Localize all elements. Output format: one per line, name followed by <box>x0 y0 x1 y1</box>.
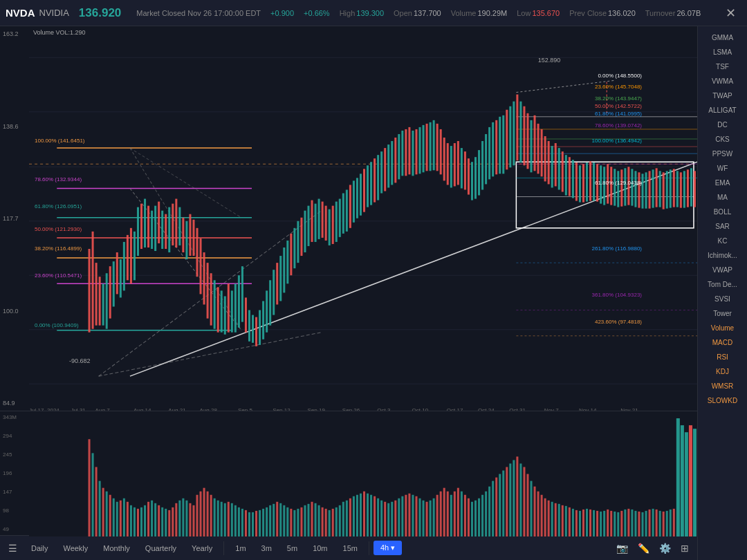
svg-rect-308 <box>360 494 362 536</box>
sidebar-gmma[interactable]: GMMA <box>698 30 747 45</box>
tf-10m[interactable]: 10m <box>306 541 334 555</box>
sidebar-lsma[interactable]: LSMA <box>698 45 747 59</box>
sidebar-wf[interactable]: WF <box>698 161 747 176</box>
sidebar-alligat[interactable]: ALLIGAT <box>698 103 747 118</box>
fib-right-38: 38.20% (143.9447) <box>595 95 642 102</box>
svg-rect-175 <box>575 162 578 200</box>
svg-rect-234 <box>102 488 104 536</box>
sidebar-toggle-icon[interactable]: ☰ <box>6 540 20 557</box>
sidebar-svsi[interactable]: SVSI <box>698 292 747 306</box>
svg-rect-62 <box>182 218 184 252</box>
svg-rect-117 <box>374 158 376 202</box>
settings-icon[interactable]: ⚙️ <box>656 540 674 557</box>
fib-right-78: 78.60% (139.0742) <box>595 122 642 129</box>
svg-rect-305 <box>349 498 351 536</box>
svg-rect-168 <box>551 146 553 187</box>
header-right: ✕ <box>720 3 741 24</box>
svg-rect-387 <box>634 511 636 536</box>
tf-5m[interactable]: 5m <box>280 541 304 555</box>
svg-rect-302 <box>339 505 341 536</box>
tf-weekly[interactable]: Weekly <box>56 541 95 555</box>
svg-rect-233 <box>99 481 101 537</box>
svg-rect-112 <box>356 178 358 218</box>
sidebar-vwma[interactable]: VWMA <box>698 74 747 88</box>
fib-label-50-left: 50.00% (121.2930) <box>35 226 82 232</box>
sidebar-kdj[interactable]: KDJ <box>698 364 747 379</box>
sidebar-ma[interactable]: MA <box>698 190 747 205</box>
svg-rect-318 <box>394 501 396 536</box>
svg-rect-342 <box>478 498 480 536</box>
sidebar-rsi[interactable]: RSI <box>698 350 747 364</box>
drawing-tool-icon[interactable]: ✏️ <box>635 540 652 557</box>
svg-rect-309 <box>363 492 365 536</box>
svg-rect-151 <box>492 122 494 176</box>
svg-rect-195 <box>645 172 647 208</box>
tf-daily[interactable]: Daily <box>24 541 55 555</box>
svg-rect-54 <box>154 206 156 251</box>
tf-yearly[interactable]: Yearly <box>185 541 219 555</box>
svg-rect-37 <box>95 263 98 326</box>
tf-quarterly[interactable]: Quarterly <box>138 541 183 555</box>
svg-rect-287 <box>286 507 288 536</box>
svg-rect-251 <box>161 507 163 536</box>
svg-rect-53 <box>151 211 153 249</box>
svg-rect-245 <box>140 507 142 536</box>
close-button[interactable]: ✕ <box>720 3 741 24</box>
sidebar-ema[interactable]: EMA <box>698 176 747 190</box>
tf-1m[interactable]: 1m <box>228 541 252 555</box>
svg-rect-399 <box>676 418 680 536</box>
sidebar-vwap[interactable]: VWAP <box>698 263 747 277</box>
grid-view-icon[interactable]: ⊞ <box>678 540 692 557</box>
sidebar-tsf[interactable]: TSF <box>698 59 747 74</box>
sidebar-dc[interactable]: DC <box>698 118 747 132</box>
screenshot-icon[interactable]: 📷 <box>614 540 631 557</box>
sidebar-macd[interactable]: MACD <box>698 335 747 350</box>
svg-rect-397 <box>670 510 672 536</box>
svg-rect-259 <box>189 503 191 536</box>
svg-rect-314 <box>380 501 382 536</box>
tf-monthly[interactable]: Monthly <box>96 541 137 555</box>
sidebar-tower[interactable]: Tower <box>698 306 747 321</box>
svg-rect-69 <box>207 263 209 319</box>
svg-rect-326 <box>423 501 425 536</box>
y-label-3: 117.7 <box>3 215 26 222</box>
svg-rect-81 <box>248 310 250 342</box>
svg-rect-205 <box>680 172 682 207</box>
svg-rect-265 <box>210 495 212 536</box>
tf-15m[interactable]: 15m <box>336 541 365 555</box>
y-label-5: 84.9 <box>3 400 26 407</box>
svg-rect-282 <box>269 505 271 536</box>
tf-4h[interactable]: 4h ▾ <box>374 541 402 555</box>
sidebar-twap[interactable]: TWAP <box>698 88 747 103</box>
sidebar-wmsr[interactable]: WMSR <box>698 379 747 393</box>
price-chart[interactable]: 163.2 138.6 117.7 100.0 84.9 <box>0 26 697 411</box>
sidebar-boll[interactable]: BOLL <box>698 205 747 219</box>
svg-rect-84 <box>259 310 261 345</box>
sidebar-sar[interactable]: SAR <box>698 219 747 234</box>
svg-rect-171 <box>562 151 564 192</box>
svg-rect-172 <box>565 155 567 195</box>
svg-rect-257 <box>182 498 184 536</box>
tf-3m[interactable]: 3m <box>255 541 279 555</box>
svg-rect-163 <box>534 115 536 171</box>
sidebar-ichimoku[interactable]: Ichimok... <box>698 248 747 263</box>
svg-rect-304 <box>346 501 348 536</box>
svg-rect-334 <box>450 495 452 536</box>
svg-rect-74 <box>224 296 226 334</box>
svg-rect-197 <box>652 169 654 207</box>
svg-rect-99 <box>311 200 313 242</box>
sidebar-kc[interactable]: KC <box>698 234 747 248</box>
svg-rect-252 <box>165 509 167 536</box>
svg-rect-355 <box>523 467 525 537</box>
svg-rect-105 <box>332 206 334 244</box>
svg-rect-108 <box>342 194 344 234</box>
svg-rect-49 <box>137 207 139 256</box>
sidebar-cks[interactable]: CKS <box>698 132 747 147</box>
sidebar-ppsw[interactable]: PPSW <box>698 147 747 161</box>
svg-rect-289 <box>293 510 295 536</box>
sidebar-slowkd[interactable]: SLOWKD <box>698 393 747 408</box>
sidebar-volume[interactable]: Volume <box>698 321 747 335</box>
svg-rect-273 <box>238 507 240 536</box>
svg-rect-45 <box>123 242 125 290</box>
sidebar-tomde[interactable]: Tom De... <box>698 277 747 292</box>
